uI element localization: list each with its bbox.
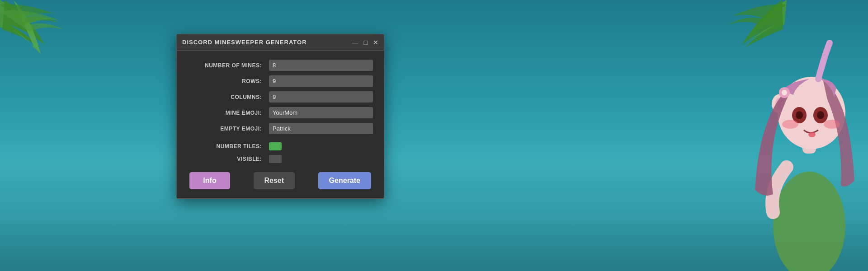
svg-point-11 [808, 132, 816, 137]
number-tiles-label: NUMBER TILES: [188, 143, 269, 150]
visible-row: VISIBLE: [188, 155, 373, 163]
visible-toggle-container [269, 155, 282, 163]
reset-button[interactable]: Reset [254, 172, 295, 189]
visible-label: VISIBLE: [188, 156, 269, 162]
svg-point-13 [782, 90, 787, 95]
number-tiles-row: NUMBER TILES: [188, 142, 373, 150]
mine-emoji-row: MINE EMOJI: [188, 107, 373, 118]
mines-input[interactable] [269, 60, 373, 71]
columns-row: COLUMNS: [188, 91, 373, 103]
mines-row: NUMBER OF MINES: [188, 60, 373, 71]
close-button[interactable]: ✕ [373, 39, 378, 46]
mines-label: NUMBER OF MINES: [188, 62, 269, 69]
app-window: DISCORD MINESWEEPER GENERATOR — □ ✕ NUMB… [176, 34, 384, 199]
window-title: DISCORD MINESWEEPER GENERATOR [182, 39, 307, 46]
svg-point-0 [773, 172, 845, 271]
info-button[interactable]: Info [189, 172, 230, 189]
window-controls: — □ ✕ [352, 39, 378, 46]
palm-leaves-left [0, 0, 99, 59]
empty-emoji-row: EMPTY EMOJI: [188, 123, 373, 134]
character [723, 9, 868, 271]
svg-point-8 [817, 111, 824, 119]
title-bar: DISCORD MINESWEEPER GENERATOR — □ ✕ [177, 34, 384, 51]
rows-row: ROWS: [188, 75, 373, 87]
svg-point-7 [796, 111, 803, 119]
button-row: Info Reset Generate [188, 172, 373, 189]
empty-emoji-input[interactable] [269, 123, 373, 134]
empty-emoji-label: EMPTY EMOJI: [188, 126, 269, 132]
minimize-button[interactable]: — [352, 39, 359, 46]
maximize-button[interactable]: □ [364, 39, 368, 46]
number-tiles-toggle-container [269, 142, 282, 150]
mine-emoji-input[interactable] [269, 107, 373, 118]
svg-point-10 [824, 120, 840, 129]
columns-label: COLUMNS: [188, 94, 269, 100]
rows-input[interactable] [269, 75, 373, 87]
number-tiles-toggle[interactable] [269, 142, 282, 150]
svg-point-9 [782, 120, 798, 129]
generate-button[interactable]: Generate [318, 172, 371, 189]
columns-input[interactable] [269, 91, 373, 103]
visible-toggle[interactable] [269, 155, 282, 163]
mine-emoji-label: MINE EMOJI: [188, 110, 269, 116]
window-body: NUMBER OF MINES: ROWS: COLUMNS: MINE EMO… [177, 51, 384, 198]
rows-label: ROWS: [188, 78, 269, 84]
